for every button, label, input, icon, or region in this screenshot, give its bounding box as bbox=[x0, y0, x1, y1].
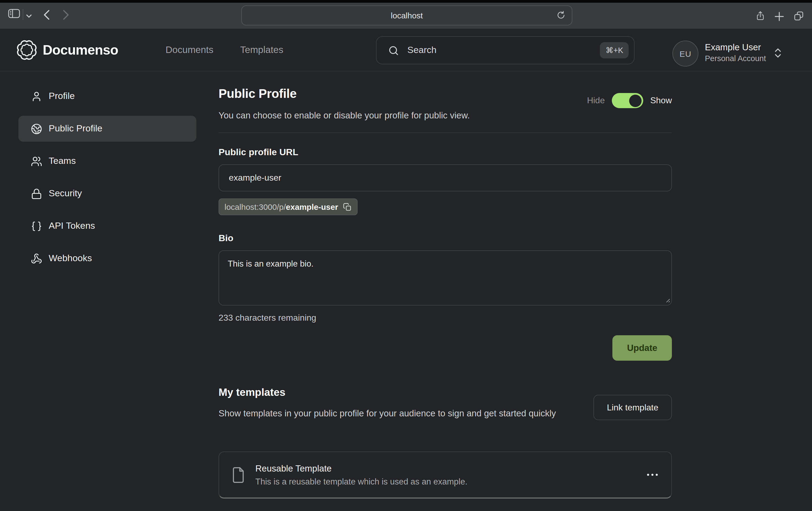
brand-wordmark: Documenso bbox=[43, 42, 118, 58]
back-button[interactable] bbox=[43, 10, 50, 20]
bio-label: Bio bbox=[219, 233, 233, 244]
bio-textarea[interactable]: This is an example bio. bbox=[219, 250, 672, 305]
section-divider bbox=[219, 132, 672, 133]
lock-icon bbox=[31, 188, 42, 199]
reload-button[interactable] bbox=[556, 10, 566, 20]
settings-sidebar: Profile Public Profile Teams bbox=[0, 71, 218, 278]
template-card-text: Reusable Template This is a reusable tem… bbox=[255, 463, 467, 486]
profile-visibility-switch[interactable] bbox=[612, 93, 643, 108]
sidebar-item-public-profile[interactable]: Public Profile bbox=[19, 116, 196, 142]
reload-icon bbox=[556, 10, 566, 20]
visibility-toggle-row: Hide Show bbox=[587, 93, 672, 108]
chevron-down-icon bbox=[26, 14, 32, 19]
profile-link-slug: example-user bbox=[286, 202, 338, 211]
search-shortcut-badge: ⌘+K bbox=[600, 42, 629, 58]
template-card[interactable]: Reusable Template This is a reusable tem… bbox=[219, 452, 672, 499]
sidebar-item-label: Security bbox=[49, 188, 82, 199]
profile-link-chip[interactable]: localhost:3000/p/example-user bbox=[219, 199, 357, 215]
sidebar-item-security[interactable]: Security bbox=[19, 181, 196, 207]
switch-knob bbox=[630, 94, 642, 107]
chevron-left-icon bbox=[43, 10, 50, 20]
profile-link-prefix: localhost:3000/p/ bbox=[225, 202, 286, 211]
share-button[interactable] bbox=[755, 10, 765, 22]
account-menu[interactable]: EU Example User Personal Account bbox=[672, 40, 782, 66]
chevrons-up-down-icon bbox=[774, 47, 782, 59]
toggle-hide-label: Hide bbox=[587, 96, 605, 106]
chevron-right-icon bbox=[63, 10, 69, 20]
bio-field-wrapper: This is an example bio. bbox=[219, 250, 672, 305]
sidebar-item-label: Profile bbox=[49, 91, 75, 102]
sidebar-dropdown-chevron[interactable] bbox=[26, 14, 32, 19]
resize-handle[interactable] bbox=[664, 297, 670, 303]
template-name: Reusable Template bbox=[255, 463, 467, 474]
new-tab-button[interactable] bbox=[775, 12, 784, 21]
avatar: EU bbox=[672, 40, 698, 66]
globe-icon bbox=[31, 123, 42, 134]
sidebar-item-label: API Tokens bbox=[49, 221, 95, 232]
file-icon bbox=[231, 466, 245, 484]
search-input[interactable] bbox=[406, 44, 600, 56]
user-icon bbox=[31, 91, 42, 102]
template-options-button[interactable] bbox=[646, 473, 658, 476]
public-profile-url-label: Public profile URL bbox=[219, 147, 298, 158]
sidebar-toggle-button[interactable] bbox=[8, 9, 20, 19]
sidebar-item-teams[interactable]: Teams bbox=[19, 148, 196, 174]
search-icon bbox=[388, 44, 399, 56]
account-name: Example User bbox=[705, 42, 766, 53]
browser-toolbar: localhost bbox=[0, 3, 812, 29]
brand-logo[interactable]: Documenso bbox=[17, 40, 118, 60]
link-template-button[interactable]: Link template bbox=[593, 395, 672, 420]
my-templates-description: Show templates in your public profile fo… bbox=[219, 406, 597, 420]
page-title: Public Profile bbox=[219, 87, 296, 101]
sidebar-item-webhooks[interactable]: Webhooks bbox=[19, 245, 196, 271]
nav-templates[interactable]: Templates bbox=[240, 29, 284, 71]
copy-icon bbox=[343, 203, 352, 211]
app-header: Documenso Documents Templates ⌘+K EU Exa… bbox=[0, 29, 812, 71]
nav-documents[interactable]: Documents bbox=[166, 29, 213, 71]
my-templates-title: My templates bbox=[219, 386, 285, 398]
documenso-logo-icon bbox=[17, 40, 37, 60]
account-type: Personal Account bbox=[705, 54, 766, 63]
sidebar-panel-icon bbox=[8, 9, 20, 19]
ellipsis-icon bbox=[646, 473, 658, 476]
address-bar-url: localhost bbox=[391, 11, 423, 20]
forward-button[interactable] bbox=[63, 10, 69, 20]
address-bar[interactable]: localhost bbox=[241, 5, 572, 25]
sidebar-item-profile[interactable]: Profile bbox=[19, 83, 196, 109]
tabs-icon bbox=[793, 10, 805, 22]
update-button[interactable]: Update bbox=[612, 335, 672, 361]
characters-remaining: 233 characters remaining bbox=[219, 313, 316, 323]
screen: localhost bbox=[0, 0, 812, 511]
window-top-edge bbox=[0, 0, 812, 3]
share-icon bbox=[755, 10, 765, 22]
braces-icon bbox=[31, 220, 42, 232]
sidebar-item-label: Teams bbox=[49, 156, 76, 167]
users-icon bbox=[31, 155, 42, 167]
toolbar-divider bbox=[23, 9, 23, 20]
tab-overview-button[interactable] bbox=[793, 10, 805, 22]
sidebar-item-label: Webhooks bbox=[49, 253, 92, 264]
sidebar-item-api-tokens[interactable]: API Tokens bbox=[19, 213, 196, 239]
sidebar-item-label: Public Profile bbox=[49, 123, 102, 134]
page-subtitle: You can choose to enable or disable your… bbox=[219, 110, 470, 121]
template-description: This is a reusable template which is use… bbox=[255, 477, 467, 486]
global-search[interactable]: ⌘+K bbox=[376, 36, 635, 64]
plus-icon bbox=[775, 12, 784, 21]
copy-link-button[interactable] bbox=[343, 203, 352, 211]
toggle-show-label: Show bbox=[650, 96, 672, 106]
public-profile-url-input[interactable] bbox=[219, 164, 672, 191]
webhook-icon bbox=[31, 253, 42, 264]
